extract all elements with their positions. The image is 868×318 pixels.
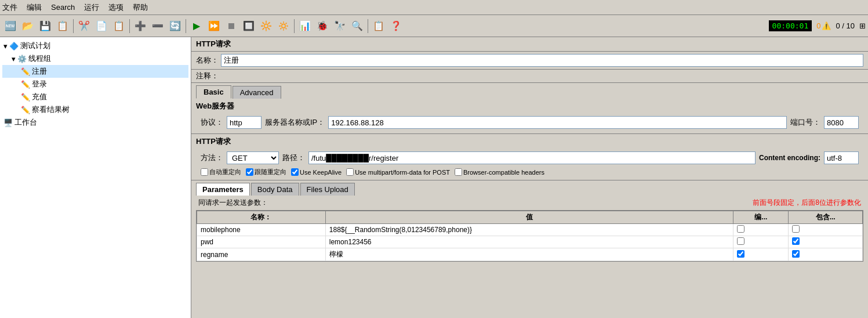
toolbar-add[interactable]: ➕ xyxy=(132,18,148,34)
protocol-label: 协议： xyxy=(201,117,223,128)
name-label: 名称： xyxy=(196,55,219,66)
auto-redirect-checkbox[interactable]: 自动重定向 xyxy=(201,168,241,176)
tree-icon-thread-group: ⚙️ xyxy=(17,55,27,63)
menu-options[interactable]: 选项 xyxy=(108,2,124,13)
toolbar-paste[interactable]: 📋 xyxy=(111,18,127,34)
warning-count: 0 xyxy=(816,21,820,30)
toolbar-save[interactable]: 💾 xyxy=(37,18,53,34)
toolbar-list[interactable]: 📋 xyxy=(371,18,387,34)
row3-edit[interactable] xyxy=(733,248,789,261)
path-input[interactable] xyxy=(308,151,756,164)
http-request-title-row: HTTP请求 xyxy=(191,37,868,52)
use-keepalive-input[interactable] xyxy=(291,168,299,176)
server-label: 服务器名称或IP： xyxy=(265,117,325,128)
row2-include[interactable] xyxy=(789,236,863,248)
toolbar-copy[interactable]: 📄 xyxy=(93,18,110,34)
browser-compat-checkbox[interactable]: Browser-compatible headers xyxy=(455,168,544,176)
toolbar-cut[interactable]: ✂️ xyxy=(76,18,92,34)
toolbar-open[interactable]: 📂 xyxy=(20,18,36,34)
row1-include[interactable] xyxy=(789,224,863,236)
tree-label-login: 登录 xyxy=(32,79,47,89)
row3-value: 檸檬 xyxy=(325,248,733,261)
toolbar-sep1 xyxy=(73,19,74,33)
toolbar-new[interactable]: 🆕 xyxy=(2,18,19,34)
toolbar-search[interactable]: 🔍 xyxy=(349,18,365,34)
follow-redirect-input[interactable] xyxy=(246,168,253,176)
row1-edit[interactable] xyxy=(733,224,789,236)
tree-item-view-results[interactable]: ✏️ 察看结果树 xyxy=(2,103,188,116)
method-select[interactable]: GET xyxy=(227,151,279,164)
auto-redirect-label: 自动重定向 xyxy=(209,168,241,176)
tab-body-data[interactable]: Body Data xyxy=(251,183,299,196)
params-info-note: 前面号段固定，后面8位进行参数化 xyxy=(753,198,861,208)
row1-include-checkbox[interactable] xyxy=(792,225,800,233)
tab-files-upload[interactable]: Files Upload xyxy=(300,183,355,196)
tree-icon-recharge: ✏️ xyxy=(21,93,30,102)
params-tabs-bar: Parameters Body Data Files Upload xyxy=(191,180,868,196)
menu-search[interactable]: Search xyxy=(51,3,75,12)
tab-basic[interactable]: Basic xyxy=(196,85,231,99)
follow-redirect-checkbox[interactable]: 跟随重定向 xyxy=(246,168,286,176)
toolbar-remote-stop[interactable]: 🔅 xyxy=(275,18,292,34)
web-server-form-row: 协议： 服务器名称或IP： 端口号： xyxy=(196,114,863,131)
use-keepalive-checkbox[interactable]: Use KeepAlive xyxy=(291,168,342,176)
toolbar: 🆕 📂 💾 📋 ✂️ 📄 📋 ➕ ➖ 🔄 ▶ ⏩ ⏹ 🔲 🔆 🔅 📊 🐞 🔭 🔍… xyxy=(0,15,868,37)
protocol-input[interactable] xyxy=(227,116,262,129)
toolbar-stop[interactable]: ⏹ xyxy=(223,18,239,34)
row3-name: regname xyxy=(197,248,326,261)
menu-file[interactable]: 文件 xyxy=(2,2,17,13)
tree-item-test-plan[interactable]: ▾ 🔷 测试计划 xyxy=(2,39,188,52)
tree-item-login[interactable]: ✏️ 登录 xyxy=(2,78,188,91)
row2-include-checkbox[interactable] xyxy=(792,237,800,245)
row1-edit-checkbox[interactable] xyxy=(737,225,744,233)
row2-edit[interactable] xyxy=(733,236,789,248)
tree-item-register[interactable]: ✏️ 注册 xyxy=(2,65,188,78)
row3-edit-checkbox[interactable] xyxy=(737,250,744,258)
toolbar-binoculars[interactable]: 🔭 xyxy=(332,18,348,34)
comment-row: 注释： xyxy=(191,70,868,83)
browser-compat-label: Browser-compatible headers xyxy=(463,169,544,176)
table-row[interactable]: regname 檸檬 xyxy=(197,248,863,261)
toolbar-shutdown[interactable]: 🔲 xyxy=(241,18,257,34)
menu-edit[interactable]: 编辑 xyxy=(27,2,42,13)
toolbar-remove[interactable]: ➖ xyxy=(150,18,166,34)
toolbar-refresh[interactable]: 🔄 xyxy=(167,18,183,34)
tree-item-workbench[interactable]: 🖥️ 工作台 xyxy=(2,116,188,129)
menu-help[interactable]: 帮助 xyxy=(133,2,148,13)
tree-label-workbench: 工作台 xyxy=(14,117,37,128)
tree-item-thread-group[interactable]: ▾ ⚙️ 线程组 xyxy=(2,52,188,65)
expand-icon[interactable]: ⊞ xyxy=(859,21,866,30)
port-input[interactable] xyxy=(824,116,859,129)
row3-include[interactable] xyxy=(789,248,863,261)
toolbar-help[interactable]: ❓ xyxy=(388,18,404,34)
toolbar-start[interactable]: ▶ xyxy=(188,18,205,34)
table-row[interactable]: mobilephone 188${__RandomString(8,012345… xyxy=(197,224,863,236)
name-row: 名称： xyxy=(191,52,868,70)
table-row[interactable]: pwd lemon123456 xyxy=(197,236,863,248)
multipart-checkbox[interactable]: Use multipart/form-data for POST xyxy=(346,168,450,176)
row2-edit-checkbox[interactable] xyxy=(737,237,744,245)
tab-parameters[interactable]: Parameters xyxy=(196,183,250,196)
multipart-input[interactable] xyxy=(346,168,354,176)
http-request-title: HTTP请求 xyxy=(196,39,231,49)
toolbar-report[interactable]: 📊 xyxy=(297,18,313,34)
tab-advanced[interactable]: Advanced xyxy=(233,86,281,99)
row2-value: lemon123456 xyxy=(325,236,733,248)
http-section-title: HTTP请求 xyxy=(196,136,863,147)
toolbar-log[interactable]: 🐞 xyxy=(314,18,331,34)
toolbar-start-no-pause[interactable]: ⏩ xyxy=(206,18,222,34)
toolbar-saveas[interactable]: 📋 xyxy=(55,18,71,34)
browser-compat-input[interactable] xyxy=(455,168,462,176)
content-encoding-input[interactable] xyxy=(824,151,859,164)
auto-redirect-input[interactable] xyxy=(201,168,208,176)
warning-icon: ⚠️ xyxy=(822,21,831,30)
name-input[interactable] xyxy=(221,54,863,67)
server-input[interactable] xyxy=(328,116,787,129)
main-tabs-bar: Basic Advanced xyxy=(191,83,868,99)
tree-label-thread-group: 线程组 xyxy=(28,53,51,64)
tree-item-recharge[interactable]: ✏️ 充值 xyxy=(2,91,188,103)
row3-include-checkbox[interactable] xyxy=(792,250,800,258)
path-label: 路径： xyxy=(282,153,305,163)
toolbar-remote-start[interactable]: 🔆 xyxy=(258,18,274,34)
menu-run[interactable]: 运行 xyxy=(84,2,99,13)
